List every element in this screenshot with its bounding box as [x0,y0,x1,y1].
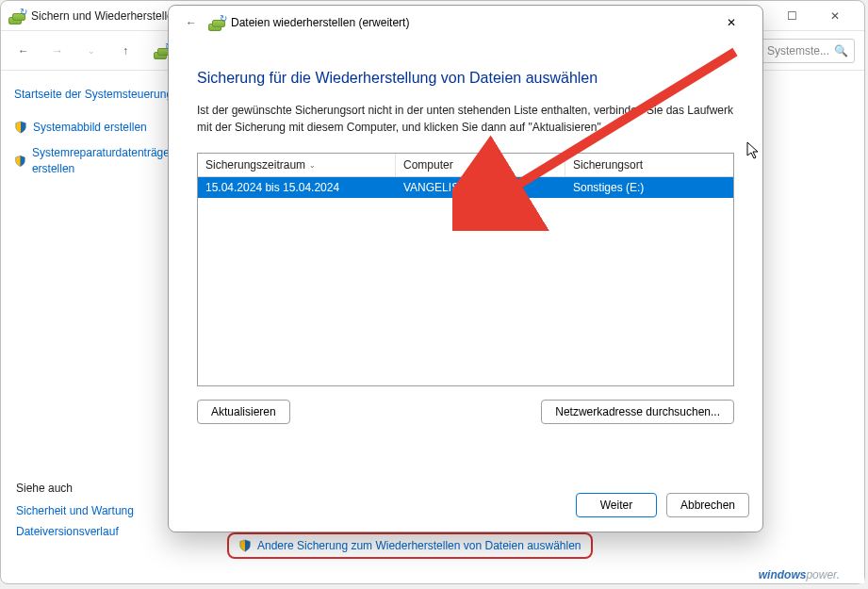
nav-forward-button[interactable]: → [44,38,71,64]
column-backup-period[interactable]: Sicherungszeitraum ⌄ [198,154,396,176]
column-label: Sicherungszeitraum [205,158,305,172]
column-backup-location[interactable]: Sicherungsort [565,154,733,176]
sort-caret-icon: ⌄ [309,161,316,170]
shield-icon [238,539,252,552]
search-input[interactable]: Systemste... 🔍 [761,39,855,63]
link-text: Andere Sicherung zum Wiederherstellen vo… [257,539,581,552]
cell-computer: VANGELIS [396,177,565,198]
search-placeholder-text: Systemste... [767,44,829,57]
column-computer[interactable]: Computer [396,154,565,176]
nav-back-button[interactable]: ← [10,38,37,64]
search-icon: 🔍 [834,44,848,57]
nav-up-button[interactable]: ↑ [112,38,139,64]
listview-row-selected[interactable]: 15.04.2024 bis 15.04.2024 VANGELIS Sonst… [198,177,733,198]
dialog-title: Dateien wiederherstellen (erweitert) [231,16,409,29]
watermark: windowspower. [759,564,840,583]
maximize-button[interactable]: ☐ [770,2,813,30]
listview-header: Sicherungszeitraum ⌄ Computer Sicherungs… [198,154,733,177]
close-button[interactable]: ✕ [813,2,857,30]
dialog-titlebar: ← ↻ Dateien wiederherstellen (erweitert)… [169,6,762,40]
dialog-back-button[interactable]: ← [178,9,205,36]
column-label: Computer [403,158,453,172]
dialog-content: Sicherung für die Wiederherstellung von … [169,40,762,479]
refresh-button[interactable]: Aktualisieren [197,400,290,424]
dialog-close-button[interactable]: ✕ [710,8,753,37]
task-label: Systemabbild erstellen [33,120,147,136]
watermark-suffix: power [806,568,836,581]
cell-period: 15.04.2024 bis 15.04.2024 [198,177,396,198]
shield-icon [14,121,27,134]
shield-icon [14,155,26,168]
backup-restore-icon: ↻ [208,14,225,31]
backup-listview[interactable]: Sicherungszeitraum ⌄ Computer Sicherungs… [197,153,734,386]
watermark-dot: . [837,568,840,581]
link-choose-other-backup[interactable]: Andere Sicherung zum Wiederherstellen vo… [227,532,593,559]
dialog-instruction: Ist der gewünschte Sicherungsort nicht i… [197,102,734,136]
cancel-button[interactable]: Abbrechen [666,493,749,517]
next-button[interactable]: Weiter [576,493,657,517]
browse-network-button[interactable]: Netzwerkadresse durchsuchen... [541,400,734,424]
restore-files-dialog: ← ↻ Dateien wiederherstellen (erweitert)… [168,5,763,532]
nav-recent-dropdown[interactable]: ⌄ [78,38,105,64]
backup-restore-icon: ↻ [8,8,25,25]
window-title: Sichern und Wiederherstellen [31,9,179,23]
dialog-heading: Sicherung für die Wiederherstellung von … [197,70,734,87]
listview-button-row: Aktualisieren Netzwerkadresse durchsuche… [197,400,734,424]
cell-location: Sonstiges (E:) [565,177,733,198]
dialog-footer: Weiter Abbrechen [169,479,762,532]
column-label: Sicherungsort [573,158,643,172]
watermark-brand: windows [759,568,807,581]
